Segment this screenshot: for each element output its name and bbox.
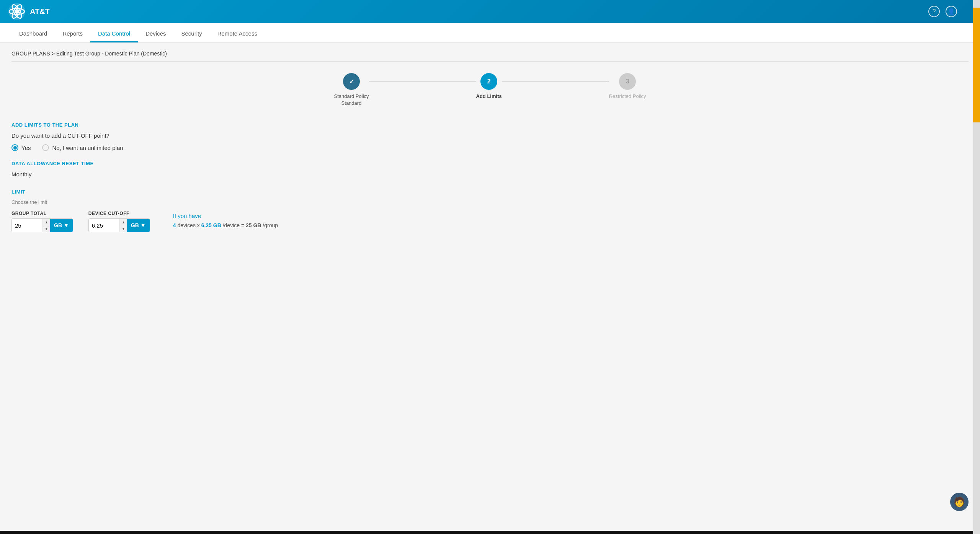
stepper: ✓ Standard Policy Standard 2 Add Limits … bbox=[11, 73, 969, 107]
breadcrumb: GROUP PLANS > Editing Test Group - Domes… bbox=[11, 50, 969, 62]
radio-no-circle bbox=[42, 144, 49, 151]
device-cutoff-label: DEVICE CUT-OFF bbox=[88, 211, 150, 216]
logo-area: AT&T bbox=[8, 2, 50, 21]
device-cutoff-spinner: ▲ ▼ bbox=[119, 219, 127, 232]
help-icon[interactable]: ? bbox=[928, 6, 940, 17]
step-2-label: Add Limits bbox=[476, 93, 502, 100]
step-3-circle: 3 bbox=[619, 73, 636, 90]
input-row: GROUP TOTAL ▲ ▼ GB ▼ DEVICE CUT-OFF ▲ bbox=[11, 211, 969, 232]
step-3: 3 Restricted Policy bbox=[609, 73, 646, 100]
step-2-circle: 2 bbox=[480, 73, 497, 90]
group-total-down[interactable]: ▼ bbox=[43, 225, 50, 232]
nav-bar: Dashboard Reports Data Control Devices S… bbox=[0, 23, 980, 43]
radio-yes-circle bbox=[11, 144, 18, 151]
group-total-group: GROUP TOTAL ▲ ▼ GB ▼ bbox=[11, 211, 73, 232]
if-you-have-title: If you have bbox=[173, 213, 278, 219]
device-cutoff-unit-chevron: ▼ bbox=[140, 222, 146, 228]
group-total-spinner: ▲ ▼ bbox=[42, 219, 50, 232]
device-cutoff-group: DEVICE CUT-OFF ▲ ▼ GB ▼ bbox=[88, 211, 150, 232]
formula-devices: 4 bbox=[173, 222, 176, 228]
step-1-circle: ✓ bbox=[343, 73, 360, 90]
nav-item-security[interactable]: Security bbox=[174, 26, 210, 42]
step-2: 2 Add Limits bbox=[476, 73, 502, 100]
reset-section-title: DATA ALLOWANCE RESET TIME bbox=[11, 161, 969, 166]
formula-unit-group: /group bbox=[263, 222, 278, 228]
main-content: GROUP PLANS > Editing Test Group - Domes… bbox=[0, 43, 980, 531]
svg-point-4 bbox=[15, 9, 19, 14]
nav-item-devices[interactable]: Devices bbox=[138, 26, 173, 42]
nav-item-reports[interactable]: Reports bbox=[55, 26, 90, 42]
group-total-input[interactable] bbox=[12, 219, 42, 232]
step-3-label: Restricted Policy bbox=[609, 93, 646, 100]
device-cutoff-unit[interactable]: GB ▼ bbox=[127, 219, 150, 232]
radio-yes-label: Yes bbox=[21, 145, 31, 151]
group-total-label: GROUP TOTAL bbox=[11, 211, 73, 216]
nav-item-dashboard[interactable]: Dashboard bbox=[11, 26, 55, 42]
step-1-label: Standard Policy Standard bbox=[334, 93, 369, 107]
scrollbar[interactable] bbox=[973, 0, 980, 534]
scrollbar-thumb[interactable] bbox=[973, 8, 980, 122]
if-you-have-section: If you have 4 devices x 6.25 GB /device … bbox=[173, 213, 278, 228]
nav-item-remote-access[interactable]: Remote Access bbox=[210, 26, 265, 42]
device-cutoff-down[interactable]: ▼ bbox=[120, 225, 127, 232]
formula-sep: devices x bbox=[177, 222, 201, 228]
device-cutoff-input[interactable] bbox=[89, 219, 119, 232]
formula-text: 4 devices x 6.25 GB /device = 25 GB /gro… bbox=[173, 222, 278, 228]
cut-off-question: Do you want to add a CUT-OFF point? bbox=[11, 132, 969, 139]
step-connector-1 bbox=[369, 81, 476, 82]
radio-yes[interactable]: Yes bbox=[11, 144, 31, 151]
chat-avatar-icon: 🧑 bbox=[954, 497, 965, 507]
cut-off-radio-group: Yes No, I want an unlimited plan bbox=[11, 144, 969, 151]
limit-subtitle: Choose the limit bbox=[11, 199, 969, 205]
limit-section-title: LIMIT bbox=[11, 189, 969, 195]
reset-value: Monthly bbox=[11, 171, 969, 177]
step-1: ✓ Standard Policy Standard bbox=[334, 73, 369, 107]
att-logo-icon bbox=[8, 2, 26, 21]
header: AT&T ? 👤 bbox=[0, 0, 980, 23]
header-icons: ? 👤 bbox=[928, 6, 957, 17]
brand-name: AT&T bbox=[30, 7, 50, 16]
device-cutoff-up[interactable]: ▲ bbox=[120, 219, 127, 225]
add-limits-title: ADD LIMITS TO THE PLAN bbox=[11, 122, 969, 128]
group-total-up[interactable]: ▲ bbox=[43, 219, 50, 225]
radio-no[interactable]: No, I want an unlimited plan bbox=[42, 144, 123, 151]
footer: AT&T bbox=[0, 531, 980, 534]
radio-no-label: No, I want an unlimited plan bbox=[52, 145, 123, 151]
step-connector-2 bbox=[502, 81, 609, 82]
formula-unit-device: /device bbox=[223, 222, 240, 228]
nav-item-data-control[interactable]: Data Control bbox=[90, 26, 138, 42]
user-icon[interactable]: 👤 bbox=[946, 6, 957, 17]
group-total-input-container: ▲ ▼ GB ▼ bbox=[11, 218, 73, 232]
group-total-unit-chevron: ▼ bbox=[64, 222, 69, 228]
chat-button[interactable]: 🧑 bbox=[950, 493, 969, 511]
formula-per-device: 6.25 GB bbox=[201, 222, 221, 228]
group-total-unit[interactable]: GB ▼ bbox=[50, 219, 73, 232]
device-cutoff-input-container: ▲ ▼ GB ▼ bbox=[88, 218, 150, 232]
formula-result: = 25 GB bbox=[241, 222, 261, 228]
